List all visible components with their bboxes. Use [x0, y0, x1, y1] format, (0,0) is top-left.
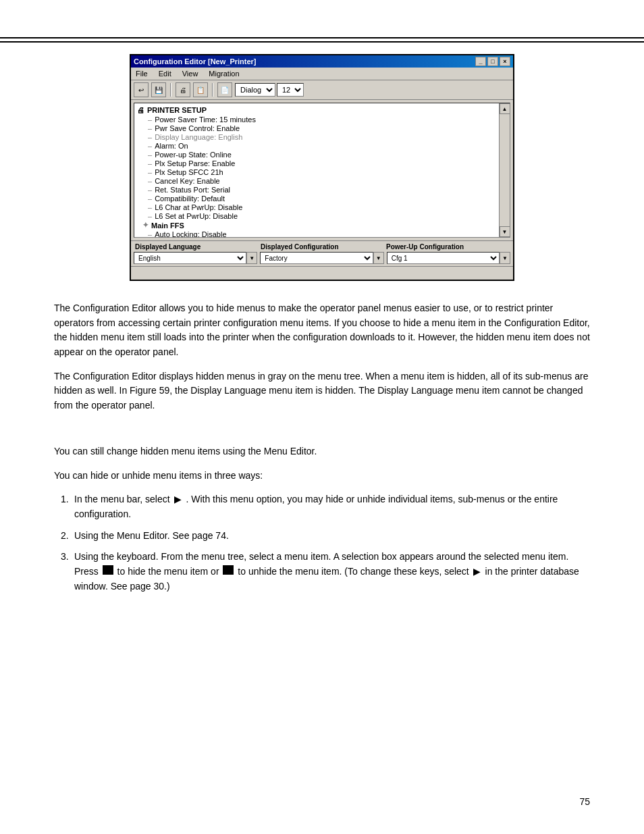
key-hide-icon [103, 565, 113, 575]
paragraph-4: You can hide or unhide menu items in thr… [54, 469, 590, 484]
bottom-labels: Displayed Language Displayed Configurati… [134, 243, 510, 251]
window-footer [131, 266, 513, 280]
page-number: 75 [579, 796, 590, 807]
tree-root-label: PRINTER SETUP [147, 106, 207, 114]
window-titlebar: Configuration Editor [New_Printer] _ □ × [131, 55, 513, 68]
spacer-1 [54, 424, 590, 444]
label-displayed-config: Displayed Configuration [259, 243, 385, 251]
menu-file[interactable]: File [134, 69, 150, 78]
tree-sub-item-0: Auto Locking: Disable [148, 230, 507, 238]
toolbar-btn-4[interactable]: 📋 [193, 82, 208, 97]
toolbar-btn-2[interactable]: 💾 [151, 82, 166, 97]
tree-panel: 🖨 PRINTER SETUP Power Saver Time: 15 min… [134, 103, 510, 238]
config-dropdown: Factory ▼ [260, 252, 383, 264]
list-item-1: 1. In the menu bar, select ▶ . With this… [54, 492, 590, 521]
header-line-bottom [0, 41, 644, 43]
menu-migration[interactable]: Migration [207, 69, 241, 78]
scroll-thumb [500, 115, 510, 226]
powerup-dropdown-arrow[interactable]: ▼ [500, 252, 510, 264]
header-line-top [0, 37, 644, 38]
list-number-1: 1. [54, 492, 74, 521]
powerup-select[interactable]: Cfg 1 [387, 252, 500, 264]
key-unhide-icon [223, 565, 234, 575]
tree-item-6: Plx Setup SFCC 21h [148, 168, 507, 176]
language-dropdown-arrow[interactable]: ▼ [246, 252, 257, 264]
printer-icon: 🖨 [137, 106, 144, 114]
tree-content: 🖨 PRINTER SETUP Power Saver Time: 15 min… [134, 103, 510, 238]
screenshot-container: Configuration Editor [New_Printer] _ □ ×… [54, 54, 590, 281]
toolbar-btn-3[interactable]: 🖨 [176, 82, 190, 97]
list-number-2: 2. [54, 529, 74, 544]
window-title: Configuration Editor [New_Printer] [134, 57, 257, 66]
tree-item-9: Compatibility: Default [148, 194, 507, 203]
tree-sub-root: ✦ Main FFS [142, 221, 507, 230]
arrow-icon-1: ▶ [173, 492, 184, 507]
tree-item-2: Display Language: English [148, 133, 507, 141]
scroll-down[interactable]: ▼ [500, 226, 510, 237]
config-select[interactable]: Factory [260, 252, 373, 264]
toolbar-separator [170, 83, 171, 97]
list-content-1: In the menu bar, select ▶ . With this me… [74, 492, 590, 521]
body-text: The Configuration Editor allows you to h… [54, 301, 590, 413]
scroll-up[interactable]: ▲ [500, 103, 510, 114]
window-menubar: File Edit View Migration [131, 68, 513, 80]
label-powerup-config: Power-Up Configuration [385, 243, 510, 251]
bottom-bar: Displayed Language Displayed Configurati… [131, 240, 513, 266]
menu-edit[interactable]: Edit [157, 69, 173, 78]
paragraph-1: The Configuration Editor allows you to h… [54, 301, 590, 360]
label-displayed-language: Displayed Language [134, 243, 259, 251]
arrow-icon-2: ▶ [472, 565, 483, 579]
list-item-3: 3. Using the keyboard. From the menu tre… [54, 550, 590, 594]
language-dropdown: English ▼ [134, 252, 257, 264]
tree-item-11: L6 Set at PwrUp: Disable [148, 212, 507, 220]
tree-scrollbar[interactable]: ▲ ▼ [499, 103, 510, 237]
minimize-button[interactable]: _ [475, 57, 486, 66]
tree-item-7: Cancel Key: Enable [148, 177, 507, 185]
tree-root: 🖨 PRINTER SETUP [137, 106, 507, 114]
close-button[interactable]: × [500, 57, 510, 66]
toolbar-font-dropdown: Dialog 12 [235, 83, 304, 97]
bottom-dropdowns: English ▼ Factory ▼ Cfg 1 ▼ [134, 252, 510, 264]
paragraph-3: You can still change hidden menu items u… [54, 444, 590, 459]
menu-view[interactable]: View [180, 69, 200, 78]
window-toolbar: ↩ 💾 🖨 📋 📄 Dialog 12 [131, 80, 513, 100]
tree-item-4: Power-up State: Online [148, 151, 507, 159]
toolbar-btn-1[interactable]: ↩ [134, 82, 149, 97]
tree-item-0: Power Saver Time: 15 minutes [148, 115, 507, 124]
toolbar-btn-5[interactable]: 📄 [217, 82, 232, 97]
tree-item-5: Plx Setup Parse: Enable [148, 159, 507, 167]
tree-item-10: L6 Char at PwrUp: Disable [148, 203, 507, 211]
list-number-3: 3. [54, 550, 74, 594]
powerup-dropdown: Cfg 1 ▼ [387, 252, 510, 264]
list-item-2: 2. Using the Menu Editor. See page 74. [54, 529, 590, 544]
config-dropdown-arrow[interactable]: ▼ [373, 252, 384, 264]
config-editor-window: Configuration Editor [New_Printer] _ □ ×… [130, 54, 514, 281]
maximize-button[interactable]: □ [487, 57, 498, 66]
tree-item-1: Pwr Save Control: Enable [148, 124, 507, 132]
tree-item-3: Alarm: On [148, 142, 507, 150]
font-select[interactable]: Dialog [235, 83, 275, 97]
paragraph-2: The Configuration Editor displays hidden… [54, 369, 590, 413]
list-content-2: Using the Menu Editor. See page 74. [74, 529, 590, 544]
tree-item-8: Ret. Status Port: Serial [148, 186, 507, 194]
toolbar-separator-2 [212, 83, 213, 97]
window-controls: _ □ × [475, 57, 510, 66]
list-content-3: Using the keyboard. From the menu tree, … [74, 550, 590, 594]
language-select[interactable]: English [134, 252, 246, 264]
font-size-select[interactable]: 12 [277, 83, 304, 97]
